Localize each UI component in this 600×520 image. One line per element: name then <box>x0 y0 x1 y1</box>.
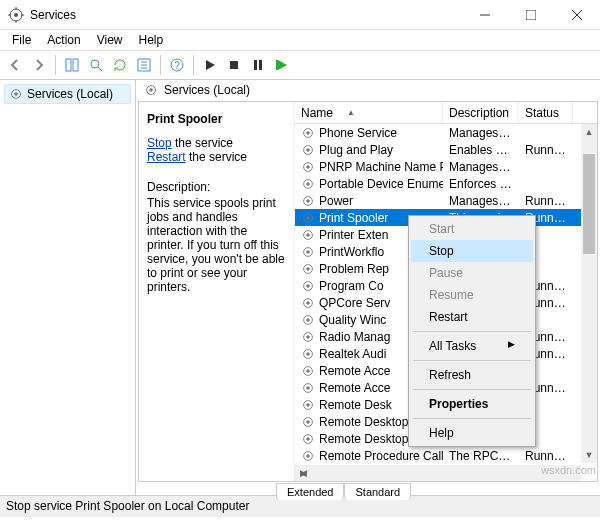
svg-point-1 <box>14 13 18 17</box>
view-tabs: Extended Standard <box>136 482 600 499</box>
svg-point-56 <box>306 454 310 458</box>
list-header: Name▲ Description Status <box>295 102 597 124</box>
svg-text:?: ? <box>174 60 180 71</box>
menu-file[interactable]: File <box>4 31 39 49</box>
scroll-down-button[interactable]: ▼ <box>581 447 597 463</box>
gear-icon <box>144 83 158 97</box>
context-help[interactable]: Help <box>411 422 533 444</box>
service-name: Plug and Play <box>319 143 393 157</box>
service-row[interactable]: PowerManages p...Running <box>295 192 597 209</box>
column-header-name[interactable]: Name▲ <box>295 102 443 123</box>
gear-icon <box>301 228 315 242</box>
svg-point-26 <box>306 199 310 203</box>
svg-point-14 <box>14 92 18 96</box>
service-row[interactable]: Plug and PlayEnables a c...Running <box>295 141 597 158</box>
detail-title: Print Spooler <box>147 112 286 126</box>
menu-help[interactable]: Help <box>131 31 172 49</box>
scroll-right-button[interactable]: ▶ <box>295 465 311 481</box>
column-header-status[interactable]: Status <box>519 102 573 123</box>
refresh-all-button[interactable] <box>61 54 83 76</box>
sort-ascending-icon: ▲ <box>347 108 355 117</box>
service-name: Remote Desk <box>319 398 392 412</box>
gear-icon <box>301 330 315 344</box>
gear-icon <box>301 415 315 429</box>
service-status: Running <box>519 449 573 463</box>
forward-button[interactable] <box>28 54 50 76</box>
context-stop[interactable]: Stop <box>411 240 533 262</box>
context-properties[interactable]: Properties <box>411 393 533 415</box>
stop-service-button[interactable] <box>223 54 245 76</box>
scroll-thumb[interactable] <box>583 154 595 254</box>
close-button[interactable] <box>554 0 600 30</box>
gear-icon <box>301 347 315 361</box>
service-description: Manages th... <box>443 126 519 140</box>
refresh-button[interactable] <box>109 54 131 76</box>
description-text: This service spools print jobs and handl… <box>147 196 286 294</box>
menu-action[interactable]: Action <box>39 31 88 49</box>
service-name: Printer Exten <box>319 228 388 242</box>
svg-point-54 <box>306 437 310 441</box>
gear-icon <box>301 381 315 395</box>
watermark: wsxdn.com <box>541 464 596 476</box>
vertical-scrollbar[interactable]: ▲ ▼ <box>581 124 597 463</box>
service-name: Remote Procedure Call (RPC) <box>319 449 443 463</box>
context-restart[interactable]: Restart <box>411 306 533 328</box>
toolbar: ? <box>0 50 600 80</box>
gear-icon <box>9 87 23 101</box>
svg-point-20 <box>306 148 310 152</box>
pause-service-button[interactable] <box>247 54 269 76</box>
gear-icon <box>301 449 315 463</box>
gear-icon <box>301 398 315 412</box>
service-name: Remote Acce <box>319 364 390 378</box>
service-status: Running <box>519 194 573 208</box>
service-name: Power <box>319 194 353 208</box>
stop-suffix: the service <box>172 136 233 150</box>
context-all-tasks[interactable]: All Tasks▶ <box>411 335 533 357</box>
gear-icon <box>301 126 315 140</box>
tree-item-services-local[interactable]: Services (Local) <box>4 84 131 104</box>
detail-pane: Print Spooler Stop the service Restart t… <box>139 102 295 481</box>
maximize-button[interactable] <box>508 0 554 30</box>
gear-icon <box>301 296 315 310</box>
tab-standard[interactable]: Standard <box>344 483 411 500</box>
service-name: Realtek Audi <box>319 347 386 361</box>
service-name: Phone Service <box>319 126 397 140</box>
stop-service-link[interactable]: Stop <box>147 136 172 150</box>
restart-service-link[interactable]: Restart <box>147 150 186 164</box>
scroll-up-button[interactable]: ▲ <box>581 124 597 140</box>
gear-icon <box>301 177 315 191</box>
back-button[interactable] <box>4 54 26 76</box>
service-row[interactable]: Portable Device Enumerator...Enforces gr… <box>295 175 597 192</box>
export-button[interactable] <box>133 54 155 76</box>
horizontal-scrollbar[interactable]: ◀ ▶ <box>295 465 581 481</box>
service-name: PNRP Machine Name Publi... <box>319 160 443 174</box>
service-description: Manages p... <box>443 160 519 174</box>
start-service-button[interactable] <box>199 54 221 76</box>
svg-point-16 <box>149 88 153 92</box>
minimize-button[interactable] <box>462 0 508 30</box>
gear-icon <box>301 364 315 378</box>
column-header-description[interactable]: Description <box>443 102 519 123</box>
service-row[interactable]: Remote Procedure Call (RPC)The RPCSS ...… <box>295 447 597 464</box>
service-description: Enables a c... <box>443 143 519 157</box>
service-row[interactable]: Phone ServiceManages th... <box>295 124 597 141</box>
service-description: Manages p... <box>443 194 519 208</box>
gear-icon <box>301 432 315 446</box>
context-pause: Pause <box>411 262 533 284</box>
menu-view[interactable]: View <box>89 31 131 49</box>
pane-header: Services (Local) <box>136 80 600 101</box>
help-button[interactable]: ? <box>166 54 188 76</box>
restart-service-button[interactable] <box>271 54 293 76</box>
svg-point-34 <box>306 267 310 271</box>
context-refresh[interactable]: Refresh <box>411 364 533 386</box>
tree-item-label: Services (Local) <box>27 87 113 101</box>
svg-rect-10 <box>254 60 257 70</box>
properties-button[interactable] <box>85 54 107 76</box>
service-description: The RPCSS ... <box>443 449 519 463</box>
gear-icon <box>301 245 315 259</box>
svg-rect-9 <box>230 61 238 69</box>
service-description: Enforces gr... <box>443 177 519 191</box>
tab-extended[interactable]: Extended <box>276 483 344 500</box>
service-row[interactable]: PNRP Machine Name Publi...Manages p... <box>295 158 597 175</box>
service-name: Quality Winc <box>319 313 386 327</box>
